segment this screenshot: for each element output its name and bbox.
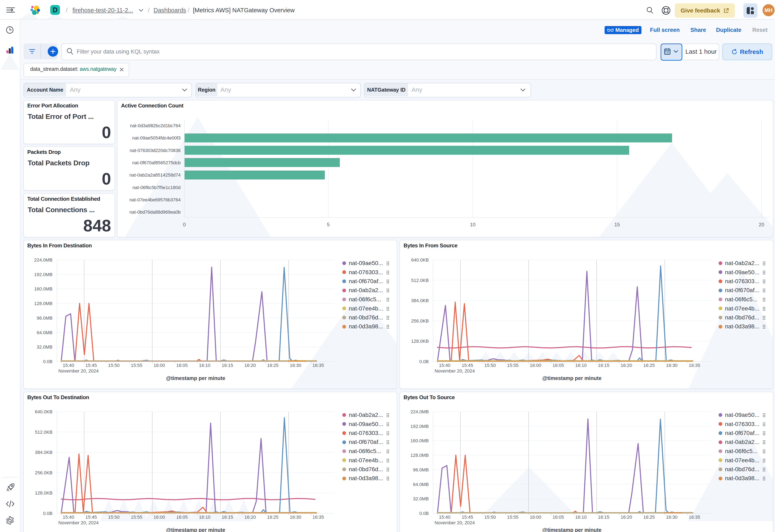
svg-text:nat-0f670af8565275dcb: nat-0f670af8565275dcb [132,160,181,165]
svg-text:64.0MB: 64.0MB [413,482,429,487]
svg-text:32.0MB: 32.0MB [413,496,429,501]
svg-text:160.0MB: 160.0MB [34,286,52,292]
svg-text:15:45: 15:45 [85,515,97,520]
svg-text:@timestamp per minute: @timestamp per minute [166,527,225,532]
svg-text:16:15: 16:15 [598,363,609,368]
svg-text:32.0MB: 32.0MB [37,344,52,350]
svg-text:16:25: 16:25 [267,515,278,520]
svg-text:0: 0 [183,222,186,227]
svg-text:15:45: 15:45 [462,363,473,368]
svg-text:15:55: 15:55 [131,363,142,368]
svg-text:384.0KB: 384.0KB [411,298,429,303]
svg-text:15:55: 15:55 [131,515,142,520]
svg-text:15:40: 15:40 [63,363,74,368]
svg-text:16:10: 16:10 [199,515,210,520]
svg-text:256.0KB: 256.0KB [411,318,429,324]
svg-text:15:40: 15:40 [63,515,74,520]
svg-text:224.0MB: 224.0MB [34,257,52,263]
svg-text:15:40: 15:40 [439,515,451,520]
svg-text:15:40: 15:40 [439,363,451,368]
svg-text:0.0B: 0.0B [420,511,429,516]
svg-text:0.0B: 0.0B [43,511,52,516]
svg-text:15:50: 15:50 [108,515,120,520]
svg-text:128.0MB: 128.0MB [411,453,429,458]
svg-text:5: 5 [327,222,329,227]
svg-text:15:50: 15:50 [484,515,496,520]
svg-text:15: 15 [614,222,620,227]
svg-text:nat-0bd76da88d969ea0b: nat-0bd76da88d969ea0b [129,209,181,215]
svg-text:16:35: 16:35 [689,363,700,368]
svg-text:15:50: 15:50 [484,363,496,368]
svg-text:November 20, 2024: November 20, 2024 [435,520,475,525]
svg-text:November 20, 2024: November 20, 2024 [58,520,98,525]
svg-text:16:00: 16:00 [530,515,541,520]
svg-text:96.0MB: 96.0MB [37,315,52,321]
svg-text:128.0KB: 128.0KB [35,490,52,496]
svg-text:@timestamp per minute: @timestamp per minute [542,527,602,532]
svg-text:16:10: 16:10 [575,363,587,368]
svg-text:16:00: 16:00 [153,515,165,520]
svg-text:15:45: 15:45 [85,363,97,368]
svg-text:160.0MB: 160.0MB [411,438,429,443]
svg-text:16:20: 16:20 [244,515,256,520]
svg-text:16:00: 16:00 [530,363,541,368]
svg-text:15:55: 15:55 [507,515,519,520]
svg-text:16:15: 16:15 [222,515,233,520]
svg-text:64.0MB: 64.0MB [37,330,52,335]
svg-text:16:10: 16:10 [199,363,210,368]
svg-text:20: 20 [759,222,764,227]
svg-text:16:25: 16:25 [643,515,655,520]
svg-text:@timestamp per minute: @timestamp per minute [542,375,602,381]
svg-text:192.0MB: 192.0MB [411,424,429,429]
svg-text:15:55: 15:55 [507,363,519,368]
svg-text:512.0KB: 512.0KB [35,430,52,435]
svg-text:16:20: 16:20 [621,515,632,520]
svg-text:256.0KB: 256.0KB [35,470,52,475]
svg-text:nat-07ee4be69576b3764: nat-07ee4be69576b3764 [129,197,181,202]
svg-text:nat-0d3a982bc2d1bc764: nat-0d3a982bc2d1bc764 [130,123,181,128]
svg-text:nat-09ae5054fdc4e00f3: nat-09ae5054fdc4e00f3 [132,135,181,141]
svg-text:16:30: 16:30 [290,363,301,368]
svg-text:16:15: 16:15 [598,515,609,520]
svg-text:16:00: 16:00 [153,363,165,368]
svg-text:96.0MB: 96.0MB [413,467,429,472]
svg-text:nat-06f6c5b7f5e1c180d: nat-06f6c5b7f5e1c180d [132,185,181,190]
svg-text:0.0B: 0.0B [420,359,429,364]
svg-text:16:05: 16:05 [176,363,188,368]
svg-text:16:05: 16:05 [553,363,564,368]
svg-text:512.0KB: 512.0KB [411,278,429,283]
svg-text:16:10: 16:10 [575,515,587,520]
svg-text:15:45: 15:45 [462,515,473,520]
svg-text:16:20: 16:20 [621,363,632,368]
svg-text:224.0MB: 224.0MB [411,409,429,414]
svg-text:640.0KB: 640.0KB [411,257,429,263]
svg-text:384.0KB: 384.0KB [35,450,52,455]
svg-text:16:30: 16:30 [666,363,678,368]
svg-text:640.0KB: 640.0KB [35,409,52,414]
svg-text:128.0KB: 128.0KB [411,339,429,344]
svg-text:nat-0ab2a2a8514258d74: nat-0ab2a2a8514258d74 [129,172,181,178]
svg-text:10: 10 [470,222,476,227]
svg-text:@timestamp per minute: @timestamp per minute [166,375,225,381]
svg-text:16:05: 16:05 [553,515,564,520]
svg-text:November 20, 2024: November 20, 2024 [58,368,98,374]
svg-text:16:20: 16:20 [244,363,256,368]
svg-text:128.0MB: 128.0MB [34,301,52,306]
svg-text:16:30: 16:30 [290,515,301,520]
svg-text:nat-076303d220dc70836: nat-076303d220dc70836 [130,148,181,153]
svg-text:16:25: 16:25 [643,363,655,368]
svg-text:0.0B: 0.0B [43,359,52,364]
svg-text:November 20, 2024: November 20, 2024 [435,368,475,374]
svg-text:192.0MB: 192.0MB [34,272,52,277]
svg-text:16:25: 16:25 [267,363,278,368]
svg-text:16:35: 16:35 [312,515,324,520]
svg-text:16:15: 16:15 [222,363,233,368]
svg-text:16:05: 16:05 [176,515,188,520]
svg-text:16:30: 16:30 [666,515,678,520]
svg-text:15:50: 15:50 [108,363,120,368]
svg-text:16:35: 16:35 [312,363,324,368]
svg-text:16:35: 16:35 [689,515,700,520]
